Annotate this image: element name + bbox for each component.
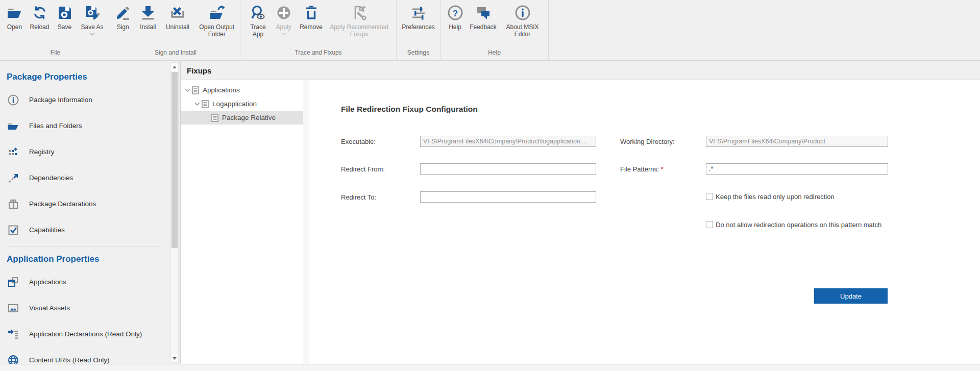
ribbon-button-open[interactable]: Open [3,4,27,31]
ribbon-button-label: Open [7,23,22,31]
info-circle-icon [7,94,19,106]
remove-trash-icon [303,5,320,21]
ribbon-button-label: Save As [81,23,103,31]
ribbon-button-open-output-folder[interactable]: Open Output Folder [193,4,240,38]
document-icon [192,86,199,94]
save-icon [57,5,73,21]
file-patterns-label: File Patterns:* [620,165,664,173]
do-not-allow-redirection-checkbox[interactable]: Do not allow redirection operations on t… [706,221,881,229]
field-label-text: File Patterns: [620,165,659,173]
ribbon-button-save[interactable]: Save [53,4,77,31]
triangle-up-icon [173,66,177,68]
sidebar-section-heading: Package Properties [7,72,170,82]
ribbon-button-label: Apply [276,23,291,31]
sidebar-item-content-uris-read-only[interactable]: Content URIs (Read Only) [0,347,170,364]
sidebar-item-files-and-folders[interactable]: Files and Folders [0,113,170,139]
form-title: File Redirection Fixup Configuration [341,105,478,114]
ribbon-group-settings: PreferencesSettings [397,0,440,60]
sidebar-item-label: Dependencies [29,174,73,182]
trace-app-icon [250,5,266,21]
fixups-header: Fixups [181,61,980,80]
ribbon-button-label: Uninstall [166,23,189,31]
open-output-folder-icon [209,5,225,21]
ribbon-button-help[interactable]: ?Help [444,4,467,31]
sign-pencil-icon [115,5,131,21]
sidebar-item-applications[interactable]: Applications [0,269,170,295]
ribbon-button-uninstall[interactable]: Uninstall [161,4,193,31]
redirect-from-input[interactable] [420,163,596,175]
ribbon-button-sign[interactable]: Sign [111,4,134,31]
tree-expand-chevron[interactable] [183,89,192,91]
ribbon-button-apply-recommended-fixups: Apply Recommended Fixups [327,4,392,38]
keep-the-files-read-checkbox[interactable]: Keep the files read only upon redirectio… [706,193,835,201]
checkbox-box[interactable] [706,221,713,228]
sidebar-item-label: Package Declarations [29,200,96,208]
document-icon [211,114,218,122]
dependencies-arrow-icon [7,172,19,184]
redirect-to-input[interactable] [420,191,596,203]
sidebar-item-package-information[interactable]: Package Information [0,87,170,113]
tree-item-applications[interactable]: Applications [181,83,303,97]
tree-item-label: Package Relative [222,114,276,121]
redirect-from-label: Redirect From: [341,165,385,173]
working-directory-label: Working Directory: [620,138,675,145]
chevron-down-icon [185,87,190,92]
ribbon-button-label: About MSIX Editor [500,23,545,38]
tree-expand-chevron[interactable] [192,103,202,105]
chevron-down-icon [90,31,94,35]
ribbon-button-trace-app[interactable]: Trace App [245,4,272,38]
ribbon-button-save-as[interactable]: Save As [77,4,108,35]
fixups-panel-title: Fixups [187,66,211,75]
scroll-down-button[interactable] [171,354,178,362]
ribbon-button-label: Preferences [402,23,435,31]
sidebar-item-registry[interactable]: Registry [0,139,170,165]
uninstall-icon [169,5,186,21]
ribbon-button-feedback[interactable]: Feedback [467,4,500,31]
checkbox-box[interactable] [706,193,713,200]
apply-plus-icon [276,5,292,21]
about-info-icon [514,5,531,21]
ribbon-button-preferences[interactable]: Preferences [397,4,440,31]
sidebar-divider [7,246,163,246]
sidebar-item-label: Content URIs (Read Only) [29,356,110,364]
fixups-tree: ApplicationsLogapplicationPackage Relati… [181,80,303,364]
tree-item-logapplication[interactable]: Logapplication [181,97,303,111]
registry-blocks-icon [7,146,19,158]
sidebar-item-visual-assets[interactable]: Visual Assets [0,295,170,321]
package-box-icon [7,198,19,210]
ribbon-toolbar: OpenReloadSaveSave AsFileSignInstallUnin… [0,0,980,61]
sidebar-item-capabilities[interactable]: Capabilities [0,217,170,243]
field-label-text: Working Directory: [620,138,675,145]
sidebar-item-application-declarations-read-only[interactable]: Application Declarations (Read Only) [0,321,170,347]
install-icon [140,5,156,21]
ribbon-group-label: File [0,49,111,60]
triangle-down-icon [173,357,177,360]
preferences-sliders-icon [410,5,427,21]
ribbon-button-reload[interactable]: Reload [27,4,53,31]
executable-input [420,136,596,147]
ribbon-button-apply: Apply [272,4,296,35]
sidebar: Package PropertiesPackage InformationFil… [0,61,181,364]
sidebar-item-label: Package Information [29,96,92,104]
sidebar-item-package-declarations[interactable]: Package Declarations [0,191,170,217]
update-button[interactable]: Update [814,288,888,304]
ribbon-button-remove[interactable]: Remove [296,4,327,31]
scrollbar-thumb[interactable] [172,72,178,248]
required-asterisk: * [661,165,664,173]
sidebar-scrollbar[interactable] [170,62,179,363]
ribbon-group-label: Help [440,49,548,60]
ribbon-group-help: ?HelpFeedbackAbout MSIX EditorHelp [440,0,549,60]
scroll-up-button[interactable] [171,63,178,71]
tree-item-package-relative[interactable]: Package Relative [181,111,303,125]
sidebar-item-dependencies[interactable]: Dependencies [0,165,170,191]
chevron-down-icon [194,101,200,106]
sidebar-item-label: Registry [29,148,55,156]
ribbon-button-label: Help [449,23,461,31]
image-icon [7,302,19,314]
file-patterns-input[interactable] [706,163,888,175]
ribbon-button-install[interactable]: Install [134,4,161,31]
ribbon-group-label: Settings [397,49,440,60]
ribbon-button-about-msix-editor[interactable]: About MSIX Editor [500,4,545,38]
main-panel: Fixups ApplicationsLogapplicationPackage… [181,61,980,364]
sidebar-section-heading: Application Properties [7,254,170,264]
